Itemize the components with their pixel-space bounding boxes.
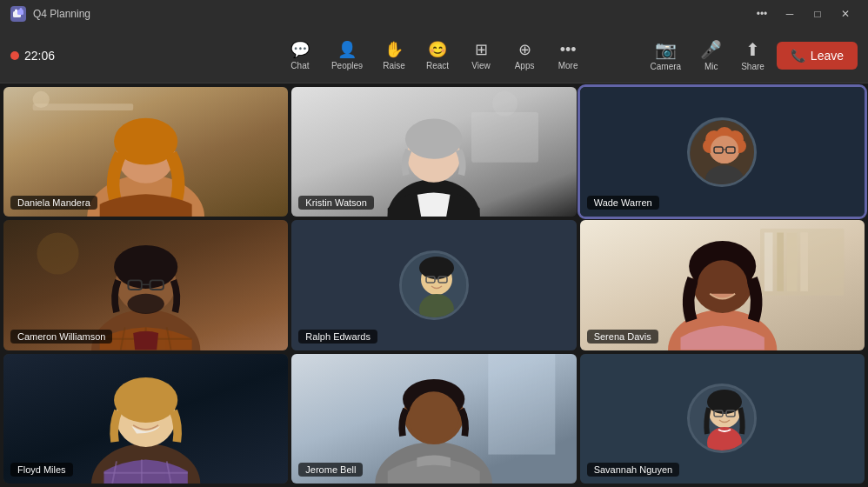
- title-bar-left: Q4 Planning: [10, 6, 90, 22]
- svg-rect-43: [764, 233, 772, 291]
- close-btn[interactable]: ✕: [833, 4, 858, 23]
- svg-point-58: [409, 391, 459, 442]
- apps-icon: ⊕: [518, 40, 531, 59]
- people-icon: 👤: [337, 40, 357, 59]
- svg-point-11: [492, 91, 517, 117]
- more-button[interactable]: ••• More: [547, 36, 589, 76]
- avatar-savannah: [687, 384, 757, 453]
- svg-point-2: [20, 8, 23, 10]
- leave-button[interactable]: 📞 Leave: [777, 42, 858, 70]
- svg-rect-45: [787, 233, 798, 291]
- video-grid: Daniela Mandera: [0, 83, 868, 487]
- svg-point-53: [114, 377, 177, 423]
- svg-rect-54: [489, 354, 556, 455]
- title-bar: Q4 Planning ••• ─ □ ✕: [0, 0, 868, 28]
- react-button[interactable]: 😊 React: [417, 35, 458, 76]
- leave-phone-icon: 📞: [791, 49, 805, 63]
- name-tag-savannah: Savannah Nguyen: [587, 463, 680, 477]
- video-cell-kristin: Kristin Watson: [291, 87, 576, 217]
- share-button[interactable]: ⬆ Share: [734, 34, 771, 77]
- window-controls: ••• ─ □ ✕: [750, 4, 858, 23]
- teams-logo: [10, 6, 26, 22]
- name-tag-floyd: Floyd Miles: [10, 463, 73, 477]
- name-tag-wade: Wade Warren: [587, 196, 659, 210]
- avatar-wade: [687, 117, 757, 187]
- toolbar-right: 📷 Camera 🎤 Mic ⬆ Share 📞 Leave: [644, 34, 858, 77]
- recording-indicator: [10, 51, 19, 60]
- name-tag-daniela: Daniela Mandera: [10, 196, 97, 210]
- chat-icon: 💬: [290, 40, 310, 59]
- view-button[interactable]: ⊞ View: [460, 35, 502, 76]
- svg-point-6: [33, 91, 50, 108]
- video-cell-wade: Wade Warren: [580, 87, 865, 217]
- people-button[interactable]: 👤 People9: [323, 35, 371, 76]
- svg-rect-46: [800, 233, 808, 291]
- share-icon: ⬆: [745, 39, 760, 60]
- app-title: Q4 Planning: [33, 8, 90, 20]
- svg-point-27: [37, 233, 78, 275]
- svg-point-50: [697, 261, 747, 311]
- name-tag-kristin: Kristin Watson: [298, 196, 374, 210]
- more-icon: •••: [560, 41, 577, 59]
- minimize-btn[interactable]: ─: [778, 4, 802, 23]
- svg-point-3: [15, 10, 17, 12]
- view-icon: ⊞: [475, 40, 488, 59]
- svg-rect-10: [471, 112, 538, 163]
- video-cell-serena: Serena Davis: [580, 220, 865, 350]
- more-options-btn[interactable]: •••: [750, 4, 774, 23]
- avatar-ralph: [399, 250, 469, 320]
- toolbar-items: 💬 Chat 👤 People9 ✋ Raise 😊 React ⊞ View …: [279, 35, 589, 76]
- raise-button[interactable]: ✋ Raise: [373, 35, 415, 76]
- svg-rect-5: [33, 103, 134, 110]
- video-cell-savannah: Savannah Nguyen: [580, 354, 865, 484]
- mic-icon: 🎤: [700, 39, 722, 60]
- video-cell-daniela: Daniela Mandera: [3, 87, 288, 217]
- video-cell-ralph: Ralph Edwards: [291, 220, 576, 350]
- camera-button[interactable]: 📷 Camera: [644, 34, 689, 77]
- name-tag-ralph: Ralph Edwards: [298, 330, 377, 344]
- toolbar: 22:06 💬 Chat 👤 People9 ✋ Raise 😊 React ⊞…: [0, 28, 868, 83]
- react-icon: 😊: [428, 40, 447, 59]
- name-tag-jerome: Jerome Bell: [298, 463, 363, 477]
- video-cell-floyd: Floyd Miles: [3, 354, 288, 484]
- svg-point-14: [405, 119, 463, 159]
- video-cell-jerome: Jerome Bell: [291, 354, 576, 484]
- name-tag-serena: Serena Davis: [587, 330, 658, 344]
- mic-button[interactable]: 🎤 Mic: [693, 34, 729, 77]
- apps-button[interactable]: ⊕ Apps: [504, 35, 545, 76]
- restore-btn[interactable]: □: [805, 4, 830, 23]
- svg-point-30: [114, 245, 177, 289]
- svg-point-37: [419, 257, 454, 279]
- svg-rect-44: [777, 233, 784, 291]
- video-cell-cameron: Cameron Williamson: [3, 220, 288, 350]
- name-tag-cameron: Cameron Williamson: [10, 330, 112, 344]
- chat-button[interactable]: 💬 Chat: [279, 35, 321, 76]
- svg-point-31: [127, 294, 164, 314]
- call-timer: 22:06: [24, 49, 55, 63]
- svg-point-61: [707, 390, 742, 414]
- toolbar-left: 22:06: [10, 49, 55, 63]
- raise-icon: ✋: [384, 40, 404, 59]
- camera-icon: 📷: [655, 39, 677, 60]
